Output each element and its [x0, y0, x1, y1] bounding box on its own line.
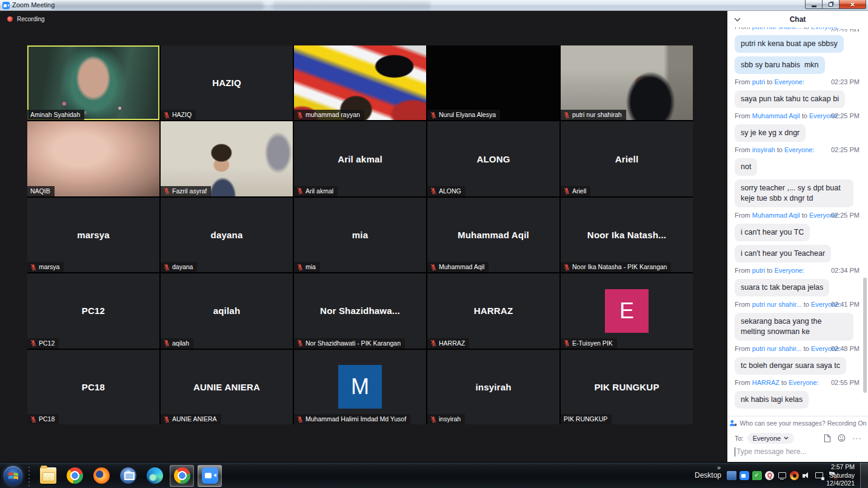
muted-mic-icon — [297, 416, 303, 423]
participant-tile[interactable]: ALONGALONG — [427, 121, 559, 196]
emoji-icon[interactable] — [838, 434, 846, 442]
minimize-icon — [812, 5, 816, 7]
recipient-selector[interactable]: Everyone — [747, 433, 794, 444]
message-time: 02:34 PM — [831, 266, 860, 275]
chrome-taskbar-button[interactable] — [61, 464, 88, 488]
sender-name: putri — [752, 267, 765, 274]
remote-desktop-taskbar-button[interactable] — [115, 464, 141, 488]
file-explorer-taskbar-button[interactable] — [35, 464, 61, 488]
participant-tile[interactable]: insyirahinsyirah — [427, 350, 559, 424]
desktop-toolbar-label[interactable]: Desktop — [695, 471, 721, 480]
chat-message-header: From putri to Everyone:02:23 PM — [735, 78, 860, 87]
chat-input[interactable]: Type message here... — [727, 446, 868, 462]
firefox-icon — [93, 467, 110, 484]
participant-display-name: Muhammad Aqil — [453, 230, 534, 240]
show-desktop-button[interactable] — [860, 463, 868, 488]
participant-tile[interactable]: Fazril asyraf — [161, 121, 293, 196]
edge-icon — [147, 467, 163, 484]
letter-avatar: E — [605, 289, 649, 333]
participant-tile[interactable]: Aminah Syahidah — [27, 45, 159, 120]
participant-display-name: aqilah — [209, 306, 245, 316]
zoom-active-taskbar-button[interactable] — [198, 465, 222, 487]
to-word: to — [775, 146, 784, 153]
participant-tile[interactable]: PC12PC12 — [27, 273, 159, 348]
q-app-tray-icon[interactable] — [765, 471, 774, 480]
chat-collapse-button[interactable] — [733, 15, 741, 24]
participant-tile[interactable]: Nurul Elyana Alesya — [427, 45, 559, 120]
recording-label: Recording — [17, 16, 45, 22]
muted-mic-icon — [430, 339, 436, 347]
participant-name-text: AUNIE ANIERA — [172, 415, 217, 423]
participant-tile[interactable]: Noor Ika Natash...Noor Ika Natasha - PIK… — [561, 198, 693, 272]
chrome-active-taskbar-button[interactable] — [170, 465, 194, 487]
participant-tile[interactable]: dayanadayana — [161, 198, 293, 272]
from-label: From — [735, 379, 752, 386]
background-window-blur — [52, 2, 264, 10]
chat-message-header-inner: From HARRAZ to Everyone:02:55 PM — [735, 378, 860, 387]
chat-message-header: From Muhammad Aqil to Everyone:02:25 PM — [735, 112, 860, 121]
edge-taskbar-button[interactable] — [141, 464, 168, 488]
participant-tile[interactable]: PC18PC18 — [27, 350, 159, 424]
participant-tile[interactable]: NAQIB — [27, 121, 159, 196]
color-app-tray-icon[interactable] — [790, 471, 799, 480]
participant-tile[interactable]: miamia — [294, 198, 426, 272]
minimize-button[interactable] — [805, 0, 823, 9]
participant-name-text: Noor Ika Natasha - PIK Karangan — [572, 263, 667, 271]
sender-name: putri nur shahir... — [752, 301, 802, 308]
chat-message-header: From putri to Everyone:02:34 PM — [735, 266, 860, 275]
chat-message-bubble: saya pun tak tahu tc cakap bi — [735, 90, 845, 108]
display-switch-tray-icon[interactable] — [777, 471, 787, 480]
participant-display-name: ALONG — [472, 154, 515, 164]
taskbar-clock[interactable]: 2:57 PM Saturday 12/4/2021 — [820, 463, 855, 488]
muted-mic-icon — [297, 416, 303, 423]
participant-tile[interactable]: Muhammad AqilMuhammad Aqil — [427, 198, 559, 272]
participant-tile[interactable]: putri nur shahirah — [561, 45, 693, 120]
attach-file-icon[interactable] — [824, 434, 831, 443]
muted-mic-icon — [30, 339, 36, 347]
participant-name-label: NAQIB — [27, 186, 55, 196]
participant-name-label: Noor Ika Natasha - PIK Karangan — [561, 262, 671, 272]
chat-message-header: From putri nur shahir... to Everyone:02:… — [735, 344, 860, 353]
participant-tile[interactable]: AriellAriell — [561, 121, 693, 196]
more-options-icon[interactable]: ··· — [852, 435, 862, 441]
participant-tile[interactable]: PIK RUNGKUPPIK RUNGKUP — [561, 350, 693, 424]
muted-mic-icon — [430, 416, 436, 423]
participant-tile[interactable]: MMuhammad Halimi Imdad Md Yusof — [294, 350, 426, 424]
firefox-taskbar-button[interactable] — [88, 464, 115, 488]
close-button[interactable]: ✕ — [839, 0, 866, 9]
restore-button[interactable] — [823, 0, 839, 9]
who-can-see-icon — [729, 419, 737, 427]
window-titlebar: Zoom Meeting ✕ — [0, 0, 868, 11]
participant-tile[interactable]: muhammad rayyan — [294, 45, 426, 120]
participant-name-text: Ariell — [572, 187, 586, 195]
participant-tile[interactable]: EE-Tuisyen PIK — [561, 273, 693, 348]
chat-message-group: From putri nur shahir... to Everyone:02:… — [735, 300, 860, 341]
message-time: 02:25 PM — [831, 145, 860, 155]
participant-name-label: mia — [294, 262, 320, 272]
chat-message-list[interactable]: From putri nur shahir... to Everyone:02:… — [727, 27, 868, 416]
to-word: to — [780, 379, 789, 386]
restore-icon — [829, 2, 833, 7]
photos-tray-icon[interactable] — [727, 471, 736, 480]
background-window-blur — [273, 2, 430, 10]
participant-tile[interactable]: AUNIE ANIERAAUNIE ANIERA — [161, 350, 293, 424]
participant-tile[interactable]: Aril akmalAril akmal — [294, 121, 426, 196]
participant-name-label: Ariell — [561, 186, 590, 196]
chat-message-bubble: i can't hear you Teachear — [735, 245, 831, 262]
participant-tile[interactable]: HAZIQHAZIQ — [161, 45, 293, 120]
messenger-tray-icon[interactable] — [752, 471, 762, 480]
volume-tray-icon[interactable] — [802, 471, 812, 480]
chat-scrollbar[interactable] — [863, 278, 867, 393]
tray-overflow-chevron[interactable]: » — [717, 464, 721, 471]
message-time: 02:48 PM — [831, 344, 860, 353]
chat-message-bubble: tc boleh dengar suara saya tc — [735, 357, 846, 375]
participant-tile[interactable]: HARRAZHARRAZ — [427, 273, 559, 348]
zoom-tray-icon[interactable] — [739, 471, 749, 480]
participant-tile[interactable]: marsyamarsya — [27, 198, 159, 272]
participant-name-label: dayana — [161, 262, 197, 272]
participant-name-text: Nor Shazidhawati - PIK Karangan — [305, 339, 401, 347]
chrome-icon — [67, 467, 83, 484]
start-button[interactable] — [4, 466, 22, 485]
participant-tile[interactable]: aqilahaqilah — [161, 273, 293, 348]
participant-tile[interactable]: Nor Shazidhawa...Nor Shazidhawati - PIK … — [294, 273, 426, 348]
